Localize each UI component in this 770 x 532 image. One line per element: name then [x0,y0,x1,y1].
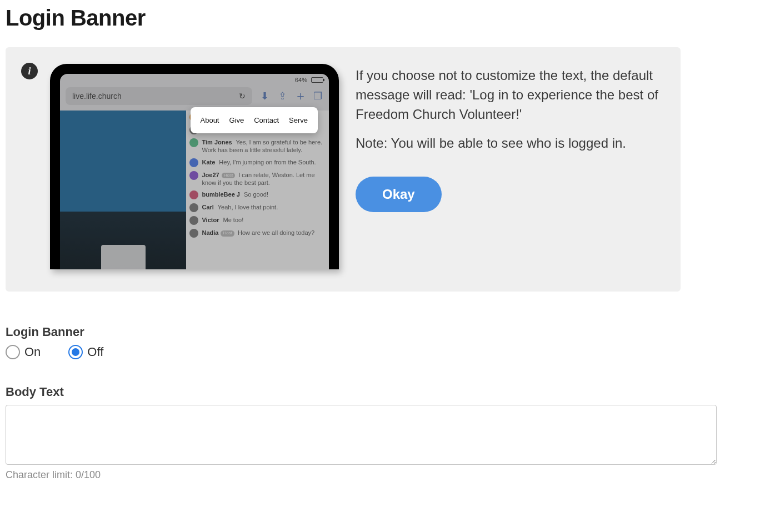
download-icon: ⬇ [259,90,270,102]
page-title: Login Banner [6,6,764,31]
device-frame: 64% live.life.church ↻ ⬇ ⇪ ＋ ❐ About Giv… [50,64,339,269]
body-text-input[interactable] [6,405,717,465]
chat-text: bumbleBee J So good! [202,190,268,198]
menu-item-contact: Contact [254,116,279,124]
menu-popover: About Give Contact Serve [191,107,318,133]
radio-option-on[interactable]: On [6,345,41,359]
chat-pane: Carl Of course!NadiaHost Preach pastor!T… [186,111,329,269]
login-banner-radio-group: On Off [6,345,764,359]
chat-avatar [189,229,198,238]
share-icon: ⇪ [277,90,288,102]
preview-column: 64% live.life.church ↻ ⬇ ⇪ ＋ ❐ About Giv… [22,64,339,269]
address-url: live.life.church [72,92,122,101]
info-icon: i [21,63,38,79]
chat-text: Victor Me too! [202,216,243,224]
battery-icon [311,77,323,83]
video-pane [60,111,186,269]
address-bar: live.life.church ↻ [66,87,252,105]
chat-line: NadiaHost How are we all doing today? [189,229,326,238]
radio-off-label: Off [87,345,103,359]
radio-off[interactable] [68,345,83,359]
radio-on[interactable] [6,345,20,359]
device-screen: 64% live.life.church ↻ ⬇ ⇪ ＋ ❐ About Giv… [60,74,329,269]
character-limit-text: Character limit: 0/100 [6,469,764,481]
chat-text: NadiaHost How are we all doing today? [202,229,314,237]
chat-line: bumbleBee J So good! [189,190,326,199]
menu-item-give: Give [229,116,244,124]
reload-icon: ↻ [239,92,246,101]
battery-percentage: 64% [295,77,307,83]
chat-line: Tim Jones Yes, I am so grateful to be he… [189,138,326,154]
chat-avatar [189,203,198,212]
tabs-icon: ❐ [312,90,323,102]
chat-line: Kate Hey, I'm jumping on from the South. [189,158,326,167]
login-banner-toggle-label: Login Banner [6,325,764,339]
chat-avatar [189,138,198,147]
status-bar: 64% [60,74,329,85]
okay-button[interactable]: Okay [356,177,442,212]
chat-text: Joe27Host I can relate, Weston. Let me k… [202,171,326,187]
chat-text: Tim Jones Yes, I am so grateful to be he… [202,138,326,154]
radio-on-label: On [24,345,41,359]
chat-text: Kate Hey, I'm jumping on from the South. [202,158,316,166]
chat-line: Victor Me too! [189,216,326,225]
preview-content: Carl Of course!NadiaHost Preach pastor!T… [60,111,329,269]
info-panel: i 64% live.life.church ↻ ⬇ ⇪ ＋ ❐ [6,47,681,292]
body-text-label: Body Text [6,385,764,399]
info-description: If you choose not to customize the text,… [356,64,664,269]
menu-item-serve: Serve [289,116,308,124]
chat-avatar [189,158,198,167]
form-section: Login Banner On Off Body Text Character … [6,325,764,481]
chat-line: Carl Yeah, I love that point. [189,203,326,212]
chat-line: Joe27Host I can relate, Weston. Let me k… [189,171,326,187]
chat-avatar [189,171,198,180]
info-paragraph-2: Note: You will be able to see who is log… [356,134,664,153]
info-paragraph-1: If you choose not to customize the text,… [356,66,664,124]
chat-avatar [189,216,198,225]
menu-item-about: About [201,116,219,124]
plus-icon: ＋ [294,88,306,104]
chat-text: Carl Yeah, I love that point. [202,203,278,211]
chat-avatar [189,190,198,199]
radio-option-off[interactable]: Off [68,345,103,359]
